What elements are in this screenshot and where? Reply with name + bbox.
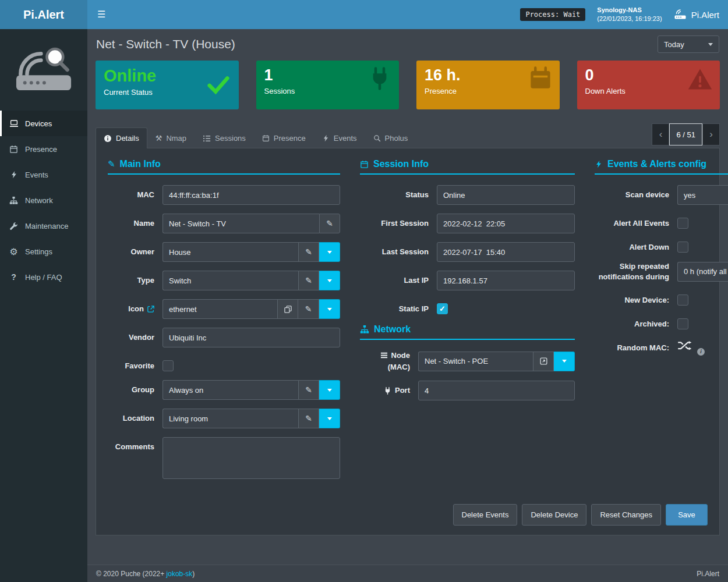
copyright: © 2020 Puche (2022+ jokob-sk) [96,570,195,578]
static-ip-checkbox[interactable] [437,303,448,314]
host-timestamp: (22/01/2023, 16:19:23) [597,15,662,23]
tab-pholus[interactable]: Pholus [365,127,416,148]
delete-device-button[interactable]: Delete Device [522,504,586,526]
mac-label: MAC [108,190,154,200]
group-label: Group [108,385,154,395]
calendar-icon [8,145,19,154]
save-button[interactable]: Save [666,504,708,526]
mac-input[interactable] [162,185,340,205]
sidebar-item-label: Presence [25,145,57,154]
calendar-icon [262,134,270,142]
pencil-icon: ✎ [305,304,312,314]
port-input[interactable] [418,381,575,400]
prev-device-button[interactable]: ‹ [652,123,669,146]
topbar: Pi.Alert ☰ Process: Wait Synology-NAS (2… [0,0,728,29]
brand-logo[interactable]: Pi.Alert [0,0,87,29]
bolt-icon [595,160,603,168]
list-icon [203,134,211,143]
question-icon: ? [8,272,19,282]
node-label: Node (MAC) [360,350,410,372]
pencil-icon: ✎ [305,385,312,395]
sidebar-item-presence[interactable]: Presence [0,136,87,162]
edit-owner-button[interactable]: ✎ [298,242,319,262]
comments-textarea[interactable] [162,437,340,479]
node-dropdown-button[interactable] [554,352,575,371]
last-session-input[interactable] [437,242,575,262]
owner-input[interactable] [162,242,298,262]
alert-down-checkbox[interactable] [677,242,688,253]
location-label: Location [108,413,154,424]
status-input[interactable] [437,185,575,205]
external-link-icon[interactable] [147,306,154,313]
last-ip-label: Last IP [360,275,429,286]
vendor-input[interactable] [162,328,340,347]
favorite-checkbox[interactable] [162,360,174,371]
status-label: Status [360,190,429,200]
sitemap-icon [360,325,369,334]
status-cards: Online Current Status 1 Sessions [96,61,720,109]
sidebar-item-network[interactable]: Network [0,187,87,213]
sidebar-toggle-button[interactable]: ☰ [87,0,115,29]
tab-nmap[interactable]: ⚒ Nmap [147,127,195,148]
gear-icon: ⚙ [8,246,19,257]
alert-all-events-checkbox[interactable] [677,218,688,229]
alerts-config-header: Events & Alerts config [595,159,728,175]
pencil-icon: ✎ [108,159,115,169]
group-dropdown-button[interactable] [319,380,340,400]
hammer-icon: ⚒ [156,134,162,143]
name-input[interactable] [162,214,319,233]
vendor-label: Vendor [108,332,154,343]
sidebar-item-label: Events [25,171,48,179]
sidebar-item-events[interactable]: Events [0,162,87,187]
scan-device-input[interactable] [677,185,728,205]
owner-dropdown-button[interactable] [319,242,340,262]
sidebar-item-maintenance[interactable]: Maintenance [0,213,87,239]
app-link[interactable]: Pi.Alert [674,9,719,20]
new-device-checkbox[interactable] [677,294,688,306]
location-dropdown-button[interactable] [319,409,340,428]
host-info: Synology-NAS (22/01/2023, 16:19:23) [597,6,662,24]
edit-icon-button[interactable]: ✎ [298,299,319,319]
chevron-down-icon [327,389,332,392]
icon-dropdown-button[interactable] [319,299,340,319]
current-status-card: Online Current Status [96,61,239,109]
sidebar-item-help[interactable]: ? Help / FAQ [0,264,87,290]
sidebar-item-devices[interactable]: Devices [0,111,87,136]
device-pagination: ‹ 6 / 51 › [652,123,720,146]
node-mac-input[interactable] [418,352,533,371]
wrench-icon [8,222,19,230]
chevron-down-icon [327,279,332,282]
presence-card: 16 h. Presence [416,61,560,109]
tab-presence[interactable]: Presence [254,127,314,148]
pencil-icon: ✎ [305,247,312,257]
tab-details[interactable]: Details [96,127,147,148]
edit-group-button[interactable]: ✎ [298,380,319,400]
location-input[interactable] [162,409,298,428]
pialert-logo-image [9,42,79,98]
sidebar-nav: Devices Presence Events Network [0,111,87,290]
top-navbar: ☰ Process: Wait Synology-NAS (22/01/2023… [87,0,728,29]
period-select[interactable]: Today [658,36,719,53]
reset-changes-button[interactable]: Reset Changes [591,504,661,526]
delete-events-button[interactable]: Delete Events [453,504,518,526]
tab-events[interactable]: Events [314,127,365,148]
type-dropdown-button[interactable] [319,271,340,290]
tab-sessions[interactable]: Sessions [195,127,254,148]
skip-notifications-input[interactable] [677,262,728,282]
archived-checkbox[interactable] [677,318,688,329]
next-device-button[interactable]: › [702,123,720,146]
icon-input[interactable] [162,299,277,319]
last-ip-input[interactable] [437,271,575,290]
sidebar-item-settings[interactable]: ⚙ Settings [0,239,87,264]
edit-location-button[interactable]: ✎ [298,409,319,428]
open-node-button[interactable] [533,352,554,371]
jokob-sk-link[interactable]: jokob-sk [167,570,193,578]
info-icon[interactable]: i [697,348,705,356]
copy-icon-button[interactable] [277,299,298,319]
edit-type-button[interactable]: ✎ [298,271,319,290]
edit-name-button[interactable]: ✎ [319,214,340,233]
first-session-input[interactable] [437,214,575,233]
static-ip-label: Static IP [360,304,429,314]
type-input[interactable] [162,271,298,290]
group-input[interactable] [162,380,298,400]
